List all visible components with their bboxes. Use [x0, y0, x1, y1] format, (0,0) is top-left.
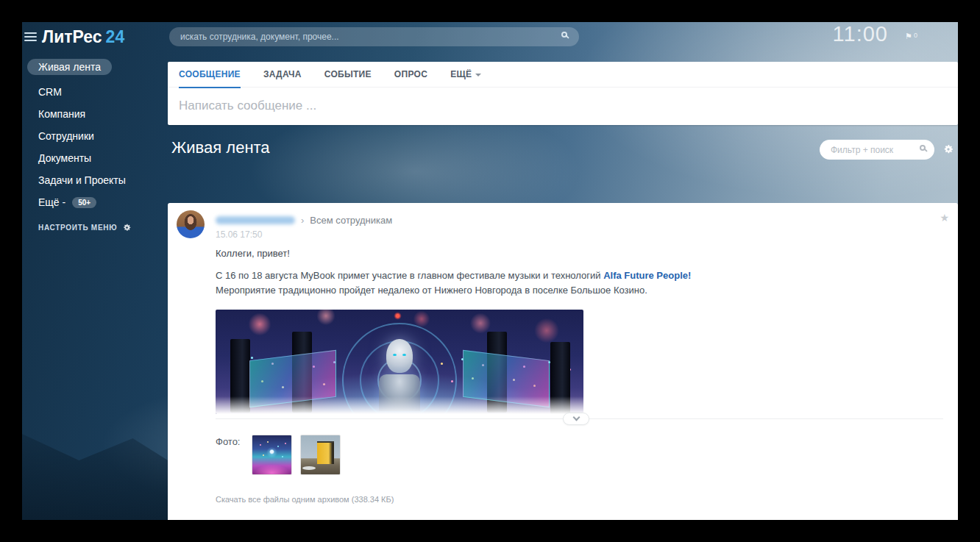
tab-event[interactable]: СОБЫТИЕ — [324, 62, 372, 88]
post-fold-divider — [216, 418, 943, 419]
festival-link[interactable]: Alfa Future People! — [603, 270, 691, 281]
feed-settings-gear-icon[interactable] — [942, 143, 954, 155]
notifications-flag[interactable]: ⚑0 — [905, 32, 917, 41]
sidebar-item-label: Документы — [38, 152, 91, 164]
feed-post: ★ › Всем сотрудникам 15.06 17:50 Коллеги… — [168, 203, 958, 520]
configure-menu-button[interactable]: НАСТРОИТЬ МЕНЮ — [38, 223, 168, 232]
page-title: Живая лента — [171, 138, 270, 157]
search-icon — [920, 145, 926, 151]
avatar[interactable] — [177, 210, 205, 238]
stage-lights — [216, 310, 218, 312]
gear-icon — [122, 223, 132, 232]
sidebar-item-crm[interactable]: CRM — [22, 81, 168, 103]
sidebar-item-documents[interactable]: Документы — [22, 147, 168, 169]
hamburger-menu-icon[interactable] — [24, 32, 37, 43]
compose-message-field[interactable]: Написать сообщение ... — [168, 88, 958, 124]
sidebar-item-label: Сотрудники — [38, 130, 94, 142]
sidebar-item-label: CRM — [38, 86, 62, 98]
sidebar-item-label: Компания — [38, 108, 85, 120]
global-search-input[interactable] — [169, 27, 579, 46]
chevron-down-icon — [475, 74, 481, 76]
worktime-clock[interactable]: 11:00 — [833, 22, 888, 46]
composer-panel: СООБЩЕНИЕ ЗАДАЧА СОБЫТИЕ ОПРОС ЕЩЁ Напис… — [168, 62, 958, 125]
main-content: СООБЩЕНИЕ ЗАДАЧА СОБЫТИЕ ОПРОС ЕЩЁ Напис… — [168, 51, 958, 520]
post-body-text: С 16 по 18 августа MyBook примет участие… — [216, 270, 603, 281]
composer-tabs: СООБЩЕНИЕ ЗАДАЧА СОБЫТИЕ ОПРОС ЕЩЁ — [168, 62, 958, 88]
expand-post-button[interactable] — [563, 413, 589, 425]
global-search — [169, 27, 579, 46]
post-date: 15.06 17:50 — [216, 229, 943, 240]
photo-thumbnail-building[interactable] — [300, 435, 341, 475]
tab-task[interactable]: ЗАДАЧА — [263, 62, 302, 88]
search-icon — [561, 32, 567, 38]
configure-menu-label: НАСТРОИТЬ МЕНЮ — [38, 224, 117, 232]
photo-thumbnail-stage[interactable] — [252, 435, 292, 475]
tab-more[interactable]: ЕЩЁ — [450, 62, 481, 88]
app-window: ЛитРес24 11:00 ⚑0 Живая лента CRM Компан… — [22, 22, 958, 520]
brand-suffix: 24 — [106, 27, 125, 46]
tab-poll[interactable]: ОПРОС — [394, 62, 427, 88]
post-body-text: Мероприятие традиционно пройдет недалеко… — [216, 285, 647, 296]
sidebar-item-more[interactable]: Ещё - 50+ — [22, 191, 168, 213]
sidebar-item-label: Задачи и Проекты — [38, 174, 126, 186]
image-fade — [216, 396, 583, 414]
recipient-separator: › — [301, 215, 304, 226]
sidebar-item-live-feed[interactable]: Живая лента — [22, 56, 168, 78]
more-count-badge: 50+ — [72, 197, 96, 208]
download-archive-link[interactable]: Скачать все файлы одним архивом (338.34 … — [216, 495, 943, 504]
robot-head — [386, 339, 413, 373]
feed-filter — [820, 140, 934, 160]
author-name-blurred[interactable] — [216, 216, 295, 224]
photos-section: Фото: — [216, 435, 943, 475]
flag-count: 0 — [914, 32, 917, 39]
flag-icon: ⚑ — [905, 32, 912, 40]
sidebar-item-label: Ещё - — [38, 196, 65, 208]
post-body: С 16 по 18 августа MyBook примет участие… — [216, 268, 712, 298]
photos-label: Фото: — [216, 435, 240, 447]
tab-message[interactable]: СООБЩЕНИЕ — [179, 62, 241, 88]
sidebar: Живая лента CRM Компания Сотрудники Доку… — [22, 56, 168, 232]
favorite-star-icon[interactable]: ★ — [940, 212, 949, 224]
post-greeting: Коллеги, привет! — [216, 248, 943, 259]
sidebar-item-label: Живая лента — [27, 59, 112, 75]
building-shape — [317, 441, 334, 464]
chevron-down-icon — [572, 414, 580, 421]
sidebar-item-employees[interactable]: Сотрудники — [22, 125, 168, 147]
brand-logo[interactable]: ЛитРес24 — [42, 27, 124, 47]
feed-filter-input[interactable] — [820, 140, 934, 160]
brand-name: ЛитРес — [42, 27, 102, 46]
post-recipient[interactable]: Всем сотрудникам — [310, 215, 392, 226]
sidebar-item-tasks-projects[interactable]: Задачи и Проекты — [22, 169, 168, 191]
sidebar-item-company[interactable]: Компания — [22, 103, 168, 125]
post-header: › Всем сотрудникам 15.06 17:50 — [216, 215, 943, 240]
post-image-festival[interactable] — [216, 310, 583, 414]
